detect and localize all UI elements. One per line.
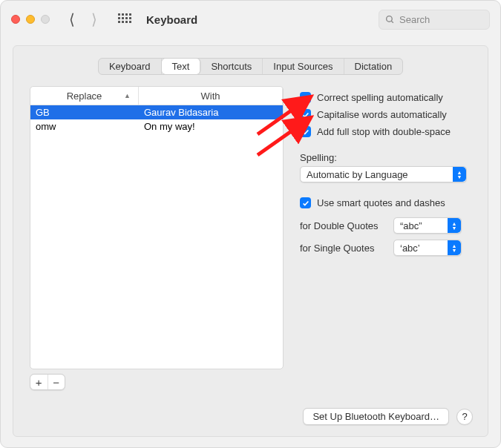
setup-bluetooth-keyboard-button[interactable]: Set Up Bluetooth Keyboard… [303,408,449,425]
cell-replace: GB [30,107,139,118]
help-button[interactable]: ? [456,409,473,425]
cell-with: Gaurav Bidasaria [139,107,283,118]
checkbox-smart-quotes[interactable]: Use smart quotes and dashes [300,194,471,211]
select-value: Automatic by Language [307,169,408,180]
search-input[interactable]: Search [379,10,490,30]
checkbox-icon [300,126,311,137]
svg-point-0 [387,16,393,22]
search-placeholder: Search [399,14,430,25]
zoom-icon [41,15,50,24]
tab-dictation[interactable]: Dictation [344,59,403,74]
back-button[interactable]: ⟨ [69,10,75,28]
search-icon [385,15,395,24]
chevron-updown-icon: ▲▼ [448,240,461,255]
double-quotes-label: for Double Quotes [300,220,386,231]
table-row[interactable]: omw On my way! [30,119,283,134]
table-row[interactable]: GB Gaurav Bidasaria [30,105,283,119]
col-header-replace[interactable]: Replace ▲ [30,87,139,105]
sort-up-icon: ▲ [124,92,131,99]
show-all-icon[interactable] [118,13,130,25]
checkbox-capitalise-words[interactable]: Capitalise words automatically [300,106,471,123]
svg-line-1 [391,21,393,23]
tab-shortcuts[interactable]: Shortcuts [200,59,263,74]
single-quotes-select[interactable]: ‘abc’ ▲▼ [393,240,462,256]
double-quotes-select[interactable]: “abc” ▲▼ [393,217,462,234]
cell-with: On my way! [139,121,283,132]
panel: Keyboard Text Shortcuts Input Sources Di… [13,45,488,437]
replacements-table-wrap: Replace ▲ With GB Gaurav Bidasaria omw O… [30,86,284,390]
tab-keyboard[interactable]: Keyboard [99,59,162,74]
titlebar: ⟨ ⟩ Keyboard Search [1,1,500,38]
tab-text[interactable]: Text [162,59,201,74]
page-title: Keyboard [146,13,373,26]
spelling-label: Spelling: [300,152,471,163]
checkbox-correct-spelling[interactable]: Correct spelling automatically [300,89,471,106]
select-value: “abc” [400,220,422,231]
add-button[interactable]: + [30,375,48,389]
tab-bar: Keyboard Text Shortcuts Input Sources Di… [13,58,488,75]
checkbox-icon [300,197,311,208]
checkbox-icon [300,92,311,103]
add-remove-control: + − [30,374,65,390]
cell-replace: omw [30,121,139,132]
select-value: ‘abc’ [400,243,420,254]
checkbox-label: Use smart quotes and dashes [317,197,445,208]
nav-arrows: ⟨ ⟩ [69,10,97,28]
checkbox-full-stop[interactable]: Add full stop with double-space [300,123,471,140]
tab-input-sources[interactable]: Input Sources [263,59,344,74]
table-header: Replace ▲ With [30,87,283,105]
replacements-table[interactable]: Replace ▲ With GB Gaurav Bidasaria omw O… [30,86,284,369]
chevron-updown-icon: ▲▼ [448,218,461,233]
single-quotes-label: for Single Quotes [300,243,386,254]
preferences-window: ⟨ ⟩ Keyboard Search Keyboard Text Shortc… [0,0,501,448]
window-controls [11,15,50,24]
content: Replace ▲ With GB Gaurav Bidasaria omw O… [30,86,471,390]
checkbox-label: Correct spelling automatically [317,92,443,103]
col-header-with[interactable]: With [139,87,283,105]
close-icon[interactable] [11,15,20,24]
forward-button: ⟩ [91,10,97,28]
minimize-icon[interactable] [26,15,35,24]
chevron-updown-icon: ▲▼ [453,167,466,182]
checkbox-label: Add full stop with double-space [317,126,451,137]
spelling-select[interactable]: Automatic by Language ▲▼ [300,166,467,182]
bottom-bar: Set Up Bluetooth Keyboard… ? [303,408,473,425]
checkbox-icon [300,109,311,120]
remove-button[interactable]: − [48,375,65,389]
checkbox-label: Capitalise words automatically [317,109,447,120]
options-column: Correct spelling automatically Capitalis… [300,86,471,390]
